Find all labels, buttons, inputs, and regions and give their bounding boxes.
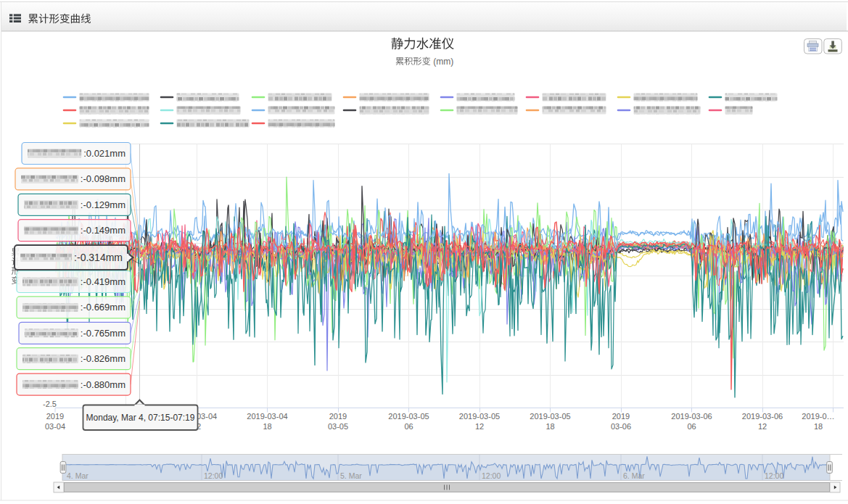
svg-text::0.021mm: :0.021mm — [83, 148, 125, 159]
svg-text:18: 18 — [814, 422, 823, 431]
svg-text::-0.826mm: :-0.826mm — [81, 353, 125, 364]
svg-text:12: 12 — [758, 422, 767, 431]
svg-text::-0.880mm: :-0.880mm — [81, 379, 125, 390]
svg-text:2019-03-05: 2019-03-05 — [459, 412, 500, 421]
svg-text:2019: 2019 — [612, 412, 630, 421]
svg-text:2019-03-05: 2019-03-05 — [388, 412, 429, 421]
svg-text:2019: 2019 — [329, 412, 347, 421]
svg-text::-0.419mm: :-0.419mm — [81, 276, 125, 287]
svg-text:(mm): (mm) — [433, 57, 453, 67]
svg-text:12:00: 12:00 — [482, 471, 501, 480]
svg-text:06: 06 — [404, 422, 413, 431]
svg-text:03-05: 03-05 — [328, 422, 348, 431]
svg-text:06: 06 — [687, 422, 696, 431]
svg-text:18: 18 — [263, 422, 271, 431]
svg-text:2019-0…: 2019-0… — [802, 412, 834, 421]
svg-text::-0.765mm: :-0.765mm — [81, 328, 125, 339]
svg-text:Monday, Mar 4, 07:15-07:19: Monday, Mar 4, 07:15-07:19 — [86, 413, 195, 423]
svg-text:18: 18 — [546, 422, 554, 431]
svg-text:4. Mar: 4. Mar — [67, 471, 88, 480]
svg-text:2019: 2019 — [46, 412, 64, 421]
svg-text:2019-03-06: 2019-03-06 — [671, 412, 712, 421]
svg-text:12: 12 — [475, 422, 484, 431]
svg-text::-0.098mm: :-0.098mm — [81, 173, 125, 184]
svg-text::-0.669mm: :-0.669mm — [81, 302, 125, 313]
svg-text:2019-03-06: 2019-03-06 — [742, 412, 783, 421]
svg-text::-0.314mm: :-0.314mm — [74, 252, 123, 263]
svg-text:-2.5: -2.5 — [43, 400, 57, 408]
svg-text:5. Mar: 5. Mar — [340, 471, 362, 480]
svg-text:6. Mar: 6. Mar — [623, 471, 645, 480]
svg-text::-0.129mm: :-0.129mm — [81, 199, 125, 210]
svg-text:03-06: 03-06 — [611, 422, 631, 431]
svg-text:12:00: 12:00 — [765, 471, 783, 480]
svg-text::-0.149mm: :-0.149mm — [81, 225, 125, 236]
svg-text:2019-03-05: 2019-03-05 — [530, 412, 570, 421]
svg-text:12:00: 12:00 — [204, 471, 223, 480]
svg-text:2019-03-04: 2019-03-04 — [247, 412, 287, 421]
svg-text:03-04: 03-04 — [45, 422, 65, 431]
